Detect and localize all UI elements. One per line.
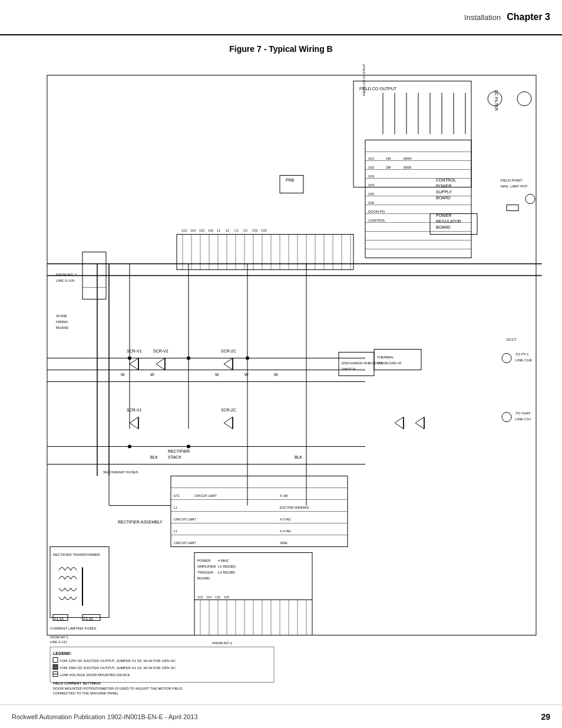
svg-text:FOR 250V DC EXCITER OUTPUT, JU: FOR 250V DC EXCITER OUTPUT, JUMPER X1 X3… (60, 666, 176, 670)
svg-text:AMPLIFIER: AMPLIFIER (197, 565, 216, 568)
svg-text:103: 103 (368, 174, 375, 178)
svg-text:102: 102 (368, 166, 375, 169)
svg-text:W: W (274, 373, 278, 377)
svg-text:W: W (244, 373, 249, 377)
svg-text:2M: 2M (386, 166, 391, 169)
svg-text:CIRCUIT LIMIT: CIRCUIT LIMIT (174, 518, 196, 521)
svg-text:SCR-2C: SCR-2C (221, 408, 236, 412)
svg-text:LEGEND:: LEGEND: (53, 651, 72, 655)
svg-text:FOR 125V DC EXCITER OUTPUT, JU: FOR 125V DC EXCITER OUTPUT, JUMPER X1 X5… (60, 659, 176, 663)
svg-text:CONTROL: CONTROL (368, 219, 386, 222)
svg-text:DOOR PO: DOOR PO (368, 210, 385, 213)
svg-text:DC FILTER: DC FILTER (494, 90, 498, 111)
svg-text:FIELD CO OUTPUT: FIELD CO OUTPUT (362, 64, 366, 95)
svg-text:DCCT: DCCT (507, 338, 517, 341)
svg-text:SCR-2C: SCR-2C (221, 349, 236, 353)
svg-text:EXCITER WINDING: EXCITER WINDING (280, 506, 309, 509)
svg-text:SECONDARY FUSES: SECONDARY FUSES (103, 470, 138, 474)
svg-text:LINE C1/I: LINE C1/I (515, 417, 531, 421)
svg-text:RECTIFIER ASSEMBLY: RECTIFIER ASSEMBLY (118, 520, 163, 524)
svg-text:FIRING: FIRING (56, 320, 68, 324)
svg-text:1M: 1M (386, 157, 391, 160)
footer-page-number: 29 (541, 712, 550, 722)
svg-text:RECTIFIER TRANSFORMER: RECTIFIER TRANSFORMER (53, 553, 100, 556)
svg-text:FIELD POINT: FIELD POINT (501, 179, 523, 182)
svg-text:113: 113 (197, 595, 203, 599)
svg-text:SUPPLY: SUPPLY (436, 190, 452, 194)
header-chapter-label: Chapter 3 (507, 12, 550, 22)
svg-text:C1: C1 (234, 229, 239, 232)
svg-text:LOW VOLTAGE DOOR MOUNTED DEVIC: LOW VOLTAGE DOOR MOUNTED DEVICE (60, 673, 130, 677)
svg-text:CIRCUIT LIMIT: CIRCUIT LIMIT (174, 541, 196, 545)
svg-text:MAX. LIMIT POT: MAX. LIMIT POT (501, 185, 528, 188)
svg-text:REGULATOR: REGULATOR (436, 219, 461, 223)
svg-text:C02: C02 (261, 229, 267, 232)
svg-text:F1,1A: F1,1A (54, 617, 64, 621)
svg-text:116: 116 (224, 595, 229, 599)
svg-point-207 (128, 357, 131, 360)
svg-text:LINE G-1/N: LINE G-1/N (56, 279, 74, 282)
svg-text:BLK: BLK (295, 455, 303, 459)
svg-text:DOOR MOUNTED POTENTIOMETER IS : DOOR MOUNTED POTENTIOMETER IS USED TO AD… (53, 687, 183, 690)
svg-text:C2: C2 (243, 229, 247, 232)
svg-text:TO PT-1: TO PT-1 (515, 353, 529, 356)
svg-text:STACK: STACK (168, 455, 181, 459)
svg-text:W: W (121, 373, 125, 377)
svg-text:LV REGB0: LV REGB0 (218, 571, 236, 574)
wiring-diagram: FIELD CO OUTPUT DC FILTER FIELD CO OUTPU… (12, 62, 550, 701)
svg-text:LINE C1/E: LINE C1/E (515, 358, 532, 362)
svg-text:BLK: BLK (150, 455, 158, 459)
svg-text:11: 11 (217, 229, 220, 232)
svg-text:W: W (215, 373, 219, 377)
svg-text:X-3 INC: X-3 INC (280, 529, 292, 533)
svg-rect-216 (53, 665, 58, 670)
svg-text:FIELD CURRENT SETTINGS:: FIELD CURRENT SETTINGS: (53, 681, 101, 685)
page-footer: Rockwell Automation Publication 1902-IN0… (0, 704, 562, 728)
svg-text:LV REGBG: LV REGBG (218, 565, 236, 568)
svg-text:115: 115 (199, 229, 204, 232)
svg-text:114: 114 (206, 595, 211, 599)
svg-text:114: 114 (190, 229, 196, 232)
svg-text:L1: L1 (174, 506, 177, 509)
svg-text:X-2 INC: X-2 INC (280, 518, 292, 521)
svg-text:116: 116 (208, 229, 213, 232)
svg-text:BOARD: BOARD (56, 326, 69, 330)
svg-text:W: W (150, 373, 154, 377)
svg-text:LINE G-111: LINE G-111 (50, 640, 67, 644)
svg-text:CONTROL: CONTROL (436, 178, 456, 182)
svg-point-210 (128, 445, 131, 449)
svg-text:TO CHAT: TO CHAT (515, 411, 531, 415)
svg-text:RECTIFIER: RECTIFIER (168, 449, 190, 453)
svg-point-211 (187, 445, 190, 449)
svg-text:FROM INT. 2: FROM INT. 2 (56, 273, 77, 276)
svg-text:F1,2A: F1,2A (84, 617, 93, 621)
svg-text:FROM INT-1: FROM INT-1 (212, 641, 233, 645)
svg-text:ET1: ET1 (174, 494, 180, 498)
svg-text:C01: C01 (252, 229, 258, 232)
svg-text:0005: 0005 (404, 166, 412, 169)
svg-text:105: 105 (368, 192, 375, 196)
figure-title: Figure 7 - Typical Wiring B (0, 44, 562, 54)
svg-text:CIRCUIT LIMIT: CIRCUIT LIMIT (194, 494, 217, 498)
svg-text:104: 104 (368, 183, 375, 187)
svg-text:CONNECTED TO THE MACHINE PANEL: CONNECTED TO THE MACHINE PANEL (53, 691, 119, 695)
svg-text:# MHZ: # MHZ (218, 559, 229, 562)
svg-text:113: 113 (181, 229, 187, 232)
svg-text:0004: 0004 (404, 157, 412, 160)
svg-text:POWER: POWER (436, 184, 451, 188)
svg-text:SCR-V2: SCR-V2 (153, 349, 168, 353)
svg-text:L1: L1 (174, 529, 177, 533)
svg-text:SCR-V1: SCR-V1 (127, 349, 142, 353)
svg-text:12: 12 (226, 229, 229, 232)
svg-text:115: 115 (215, 595, 220, 599)
svg-point-209 (246, 357, 249, 360)
svg-text:SINE: SINE (280, 541, 287, 545)
svg-text:BOARD: BOARD (436, 196, 451, 200)
svg-text:SCRIB: SCRIB (56, 314, 67, 318)
svg-text:FROM INT-1: FROM INT-1 (50, 635, 68, 639)
svg-text:POWER: POWER (197, 559, 211, 562)
svg-text:101: 101 (368, 157, 375, 160)
svg-text:SWITCH: SWITCH (342, 367, 356, 371)
svg-text:106: 106 (368, 201, 375, 205)
svg-text:SCR-V1: SCR-V1 (127, 408, 142, 412)
